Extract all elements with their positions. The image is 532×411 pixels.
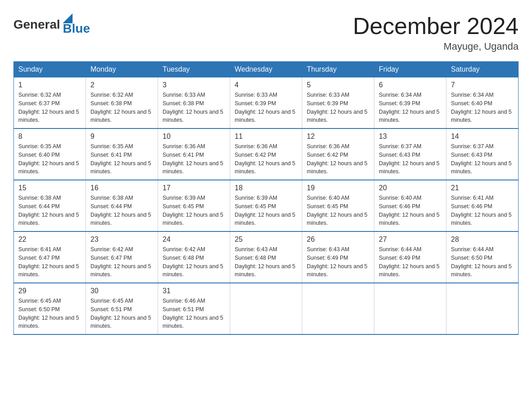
calendar-cell: 30 Sunrise: 6:45 AMSunset: 6:51 PMDaylig… — [86, 283, 158, 334]
day-number: 6 — [379, 81, 442, 89]
calendar-cell: 31 Sunrise: 6:46 AMSunset: 6:51 PMDaylig… — [158, 283, 230, 334]
day-info: Sunrise: 6:32 AMSunset: 6:38 PMDaylight:… — [90, 92, 151, 123]
day-info: Sunrise: 6:38 AMSunset: 6:44 PMDaylight:… — [18, 195, 79, 226]
header-tuesday: Tuesday — [158, 62, 230, 77]
day-number: 21 — [451, 184, 514, 192]
day-info: Sunrise: 6:36 AMSunset: 6:42 PMDaylight:… — [307, 143, 368, 175]
day-info: Sunrise: 6:45 AMSunset: 6:50 PMDaylight:… — [18, 298, 79, 329]
day-info: Sunrise: 6:42 AMSunset: 6:47 PMDaylight:… — [90, 246, 151, 278]
header-thursday: Thursday — [302, 62, 374, 77]
day-info: Sunrise: 6:37 AMSunset: 6:43 PMDaylight:… — [451, 143, 512, 175]
day-number: 4 — [235, 81, 297, 89]
day-info: Sunrise: 6:33 AMSunset: 6:38 PMDaylight:… — [163, 92, 223, 123]
title-block: December 2024 Mayuge, Uganda — [353, 13, 519, 52]
day-number: 2 — [90, 81, 153, 89]
day-info: Sunrise: 6:39 AMSunset: 6:45 PMDaylight:… — [235, 195, 296, 226]
day-number: 1 — [18, 81, 81, 89]
calendar-cell: 12 Sunrise: 6:36 AMSunset: 6:42 PMDaylig… — [302, 128, 374, 180]
day-number: 28 — [451, 235, 514, 244]
day-number: 29 — [18, 287, 81, 295]
day-info: Sunrise: 6:35 AMSunset: 6:41 PMDaylight:… — [90, 143, 151, 175]
calendar-cell: 7 Sunrise: 6:34 AMSunset: 6:40 PMDayligh… — [446, 77, 519, 129]
calendar-cell: 5 Sunrise: 6:33 AMSunset: 6:39 PMDayligh… — [302, 77, 374, 129]
day-number: 7 — [451, 81, 514, 89]
calendar-cell: 9 Sunrise: 6:35 AMSunset: 6:41 PMDayligh… — [86, 128, 158, 180]
calendar-cell: 20 Sunrise: 6:40 AMSunset: 6:46 PMDaylig… — [374, 180, 446, 231]
calendar-cell: 23 Sunrise: 6:42 AMSunset: 6:47 PMDaylig… — [86, 231, 158, 283]
day-info: Sunrise: 6:33 AMSunset: 6:39 PMDaylight:… — [307, 92, 368, 123]
day-number: 18 — [235, 184, 297, 192]
calendar-cell: 17 Sunrise: 6:39 AMSunset: 6:45 PMDaylig… — [158, 180, 230, 231]
calendar-body: 1 Sunrise: 6:32 AMSunset: 6:37 PMDayligh… — [14, 77, 519, 335]
header-sunday: Sunday — [14, 62, 86, 77]
calendar-week-row: 8 Sunrise: 6:35 AMSunset: 6:40 PMDayligh… — [14, 128, 519, 180]
day-info: Sunrise: 6:43 AMSunset: 6:49 PMDaylight:… — [307, 246, 368, 278]
location-title: Mayuge, Uganda — [353, 41, 519, 52]
day-info: Sunrise: 6:41 AMSunset: 6:46 PMDaylight:… — [451, 195, 512, 226]
day-info: Sunrise: 6:40 AMSunset: 6:46 PMDaylight:… — [379, 195, 440, 226]
day-number: 5 — [307, 81, 369, 89]
calendar-cell: 28 Sunrise: 6:44 AMSunset: 6:50 PMDaylig… — [446, 231, 519, 283]
day-info: Sunrise: 6:32 AMSunset: 6:37 PMDaylight:… — [18, 92, 79, 123]
day-number: 11 — [235, 133, 297, 141]
day-number: 27 — [379, 235, 442, 244]
day-number: 25 — [235, 235, 297, 244]
calendar-cell: 27 Sunrise: 6:44 AMSunset: 6:49 PMDaylig… — [374, 231, 446, 283]
day-info: Sunrise: 6:44 AMSunset: 6:49 PMDaylight:… — [379, 246, 440, 278]
day-info: Sunrise: 6:39 AMSunset: 6:45 PMDaylight:… — [163, 195, 223, 226]
calendar-cell: 29 Sunrise: 6:45 AMSunset: 6:50 PMDaylig… — [14, 283, 86, 334]
calendar-cell: 2 Sunrise: 6:32 AMSunset: 6:38 PMDayligh… — [86, 77, 158, 129]
day-info: Sunrise: 6:37 AMSunset: 6:43 PMDaylight:… — [379, 143, 440, 175]
calendar-cell: 3 Sunrise: 6:33 AMSunset: 6:38 PMDayligh… — [158, 77, 230, 129]
day-number: 10 — [163, 133, 225, 141]
calendar-cell: 26 Sunrise: 6:43 AMSunset: 6:49 PMDaylig… — [302, 231, 374, 283]
header-monday: Monday — [86, 62, 158, 77]
calendar-week-row: 29 Sunrise: 6:45 AMSunset: 6:50 PMDaylig… — [14, 283, 519, 334]
calendar-cell: 18 Sunrise: 6:39 AMSunset: 6:45 PMDaylig… — [230, 180, 302, 231]
calendar-cell: 8 Sunrise: 6:35 AMSunset: 6:40 PMDayligh… — [14, 128, 86, 180]
day-info: Sunrise: 6:34 AMSunset: 6:40 PMDaylight:… — [451, 92, 512, 123]
calendar-week-row: 1 Sunrise: 6:32 AMSunset: 6:37 PMDayligh… — [14, 77, 519, 129]
calendar-cell: 19 Sunrise: 6:40 AMSunset: 6:45 PMDaylig… — [302, 180, 374, 231]
header-wednesday: Wednesday — [230, 62, 302, 77]
calendar-cell — [230, 283, 302, 334]
calendar-cell: 4 Sunrise: 6:33 AMSunset: 6:39 PMDayligh… — [230, 77, 302, 129]
day-number: 3 — [163, 81, 225, 89]
day-info: Sunrise: 6:38 AMSunset: 6:44 PMDaylight:… — [90, 195, 151, 226]
calendar-header-row: SundayMondayTuesdayWednesdayThursdayFrid… — [14, 62, 519, 77]
day-info: Sunrise: 6:41 AMSunset: 6:47 PMDaylight:… — [18, 246, 79, 278]
day-number: 12 — [307, 133, 369, 141]
day-info: Sunrise: 6:42 AMSunset: 6:48 PMDaylight:… — [163, 246, 223, 278]
day-number: 22 — [18, 235, 81, 244]
day-info: Sunrise: 6:44 AMSunset: 6:50 PMDaylight:… — [451, 246, 512, 278]
calendar-cell — [302, 283, 374, 334]
calendar-week-row: 15 Sunrise: 6:38 AMSunset: 6:44 PMDaylig… — [14, 180, 519, 231]
calendar-cell: 24 Sunrise: 6:42 AMSunset: 6:48 PMDaylig… — [158, 231, 230, 283]
calendar-cell: 1 Sunrise: 6:32 AMSunset: 6:37 PMDayligh… — [14, 77, 86, 129]
calendar-week-row: 22 Sunrise: 6:41 AMSunset: 6:47 PMDaylig… — [14, 231, 519, 283]
logo: General Blue — [13, 13, 90, 36]
day-number: 23 — [90, 235, 153, 244]
day-info: Sunrise: 6:33 AMSunset: 6:39 PMDaylight:… — [235, 92, 296, 123]
day-info: Sunrise: 6:36 AMSunset: 6:41 PMDaylight:… — [163, 143, 223, 175]
day-info: Sunrise: 6:40 AMSunset: 6:45 PMDaylight:… — [307, 195, 368, 226]
logo-blue: Blue — [63, 21, 90, 36]
day-number: 20 — [379, 184, 442, 192]
day-number: 17 — [163, 184, 225, 192]
calendar-cell: 15 Sunrise: 6:38 AMSunset: 6:44 PMDaylig… — [14, 180, 86, 231]
day-info: Sunrise: 6:43 AMSunset: 6:48 PMDaylight:… — [235, 246, 296, 278]
calendar-cell: 25 Sunrise: 6:43 AMSunset: 6:48 PMDaylig… — [230, 231, 302, 283]
day-number: 8 — [18, 133, 81, 141]
day-number: 9 — [90, 133, 153, 141]
calendar-cell: 11 Sunrise: 6:36 AMSunset: 6:42 PMDaylig… — [230, 128, 302, 180]
calendar-cell: 22 Sunrise: 6:41 AMSunset: 6:47 PMDaylig… — [14, 231, 86, 283]
calendar-cell: 14 Sunrise: 6:37 AMSunset: 6:43 PMDaylig… — [446, 128, 519, 180]
page-header: General Blue December 2024 Mayuge, Ugand… — [13, 13, 519, 52]
month-title: December 2024 — [353, 13, 519, 39]
day-number: 14 — [451, 133, 514, 141]
day-info: Sunrise: 6:46 AMSunset: 6:51 PMDaylight:… — [163, 298, 223, 329]
header-saturday: Saturday — [446, 62, 519, 77]
calendar-cell: 6 Sunrise: 6:34 AMSunset: 6:39 PMDayligh… — [374, 77, 446, 129]
day-info: Sunrise: 6:35 AMSunset: 6:40 PMDaylight:… — [18, 143, 79, 175]
day-number: 13 — [379, 133, 442, 141]
